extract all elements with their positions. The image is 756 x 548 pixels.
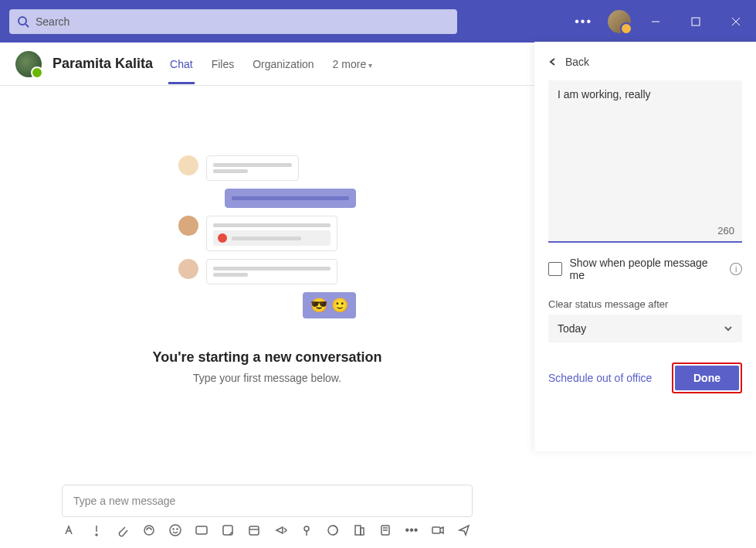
tab-files[interactable]: Files — [210, 44, 236, 84]
compose-toolbar: ••• — [62, 523, 473, 537]
show-when-messaged-checkbox[interactable] — [548, 262, 562, 276]
status-message-input[interactable] — [558, 88, 733, 233]
search-input[interactable] — [36, 15, 449, 28]
contact-name: Paramita Kalita — [53, 56, 153, 72]
empty-title: You're starting a new conversation — [152, 349, 381, 366]
more-menu-icon[interactable]: ••• — [568, 15, 598, 29]
svg-point-16 — [304, 526, 309, 531]
done-button[interactable]: Done — [675, 366, 739, 390]
clear-after-label: Clear status message after — [548, 298, 742, 310]
emoji-icon[interactable] — [168, 523, 182, 537]
viva-icon[interactable] — [326, 523, 340, 537]
svg-rect-12 — [196, 526, 207, 534]
clear-after-value: Today — [558, 322, 586, 335]
tab-organization[interactable]: Organization — [251, 44, 315, 84]
priority-icon[interactable] — [90, 523, 103, 537]
attach-icon[interactable] — [116, 523, 130, 537]
chat-header: Paramita Kalita Chat Files Organization … — [0, 43, 534, 86]
more-apps-icon[interactable]: ••• — [405, 523, 419, 537]
svg-point-7 — [96, 534, 97, 536]
polls-icon[interactable] — [378, 523, 392, 537]
video-clip-icon[interactable] — [431, 523, 445, 537]
message-input[interactable] — [73, 495, 461, 507]
svg-line-1 — [25, 24, 29, 27]
svg-point-0 — [19, 17, 26, 25]
current-user-avatar[interactable] — [608, 10, 631, 33]
search-box[interactable] — [9, 9, 457, 34]
updates-icon[interactable] — [352, 523, 366, 537]
tab-chat[interactable]: Chat — [168, 44, 195, 84]
clear-after-select[interactable]: Today — [548, 315, 742, 342]
send-icon[interactable] — [457, 523, 471, 537]
svg-point-8 — [144, 526, 154, 535]
schedule-ooo-link[interactable]: Schedule out of office — [548, 372, 652, 384]
chevron-left-icon — [548, 57, 558, 66]
svg-point-9 — [170, 525, 181, 536]
message-input-box[interactable] — [62, 485, 473, 517]
svg-point-11 — [177, 529, 178, 529]
info-icon[interactable]: i — [730, 263, 742, 275]
schedule-icon[interactable] — [247, 523, 261, 537]
show-when-messaged-label: Show when people message me — [570, 257, 721, 281]
approval-icon[interactable] — [300, 523, 314, 537]
chevron-down-icon: ▾ — [368, 61, 372, 70]
svg-rect-19 — [355, 526, 361, 535]
status-panel: Back 260 Show when people message me i C… — [534, 42, 756, 451]
svg-rect-3 — [692, 18, 700, 26]
compose-area: ••• — [0, 485, 534, 548]
svg-rect-20 — [361, 528, 364, 535]
stream-icon[interactable] — [273, 523, 287, 537]
format-icon[interactable] — [63, 523, 77, 537]
window-maximize-button[interactable] — [680, 6, 711, 37]
conversation-illustration: 😎 🙂 — [178, 155, 356, 326]
tab-more[interactable]: 2 more▾ — [331, 44, 375, 84]
sticker-icon[interactable] — [221, 523, 235, 537]
character-counter: 260 — [717, 225, 734, 237]
svg-point-10 — [173, 529, 174, 529]
gif-icon[interactable] — [195, 523, 208, 537]
loop-icon[interactable] — [142, 523, 156, 537]
back-label: Back — [565, 56, 589, 68]
chevron-down-icon — [724, 324, 733, 333]
window-close-button[interactable] — [720, 6, 751, 37]
svg-rect-14 — [249, 526, 259, 535]
back-button[interactable]: Back — [548, 56, 742, 68]
contact-avatar[interactable] — [15, 51, 42, 77]
done-button-highlight: Done — [672, 362, 742, 393]
empty-subtitle: Type your first message below. — [193, 372, 341, 384]
svg-rect-24 — [432, 527, 440, 533]
title-bar: ••• — [0, 0, 756, 43]
empty-conversation: 😎 🙂 You're starting a new conversation T… — [0, 86, 534, 485]
status-message-box[interactable]: 260 — [548, 80, 742, 243]
search-icon — [17, 15, 29, 28]
chat-area: Paramita Kalita Chat Files Organization … — [0, 43, 534, 548]
window-minimize-button[interactable] — [640, 6, 671, 37]
